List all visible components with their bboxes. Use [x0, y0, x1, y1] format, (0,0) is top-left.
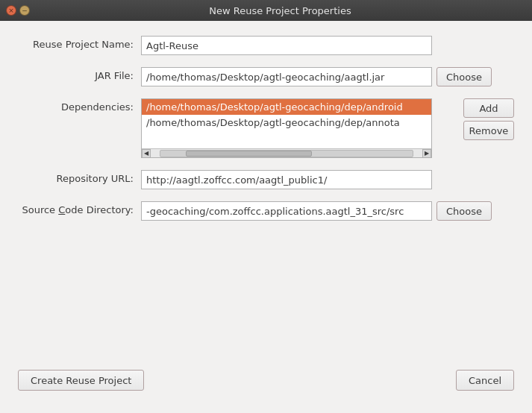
window-title: New Reuse Project Properties	[34, 5, 526, 16]
remove-dependency-button[interactable]: Remove	[463, 121, 514, 140]
scroll-right-btn[interactable]: ▶	[422, 149, 431, 158]
repository-url-label: Repository URL:	[18, 170, 141, 184]
jar-file-input[interactable]	[141, 67, 432, 86]
create-reuse-project-button[interactable]: Create Reuse Project	[18, 370, 144, 391]
add-dependency-button[interactable]: Add	[463, 98, 514, 118]
close-icon: ×	[8, 7, 14, 14]
minimize-button[interactable]: −	[19, 5, 30, 16]
dependencies-label: Dependencies:	[18, 98, 141, 113]
dependencies-list[interactable]: /home/thomas/Desktop/agtl-geocaching/dep…	[141, 98, 432, 158]
dependency-item-1[interactable]: /home/thomas/Desktop/agtl-geocaching/dep…	[142, 99, 431, 115]
source-code-dir-choose-button[interactable]: Choose	[436, 201, 492, 221]
bottom-buttons: Create Reuse Project Cancel	[0, 370, 532, 391]
dependency-item-2[interactable]: /home/thomas/Desktop/agtl-geocaching/dep…	[142, 115, 431, 130]
cancel-button[interactable]: Cancel	[456, 370, 514, 391]
minimize-icon: −	[22, 7, 28, 14]
jar-file-label: JAR File:	[18, 67, 141, 81]
repository-url-input[interactable]	[141, 170, 432, 189]
jar-file-choose-button[interactable]: Choose	[436, 67, 492, 86]
title-bar: × − New Reuse Project Properties	[0, 0, 532, 21]
scroll-left-btn[interactable]: ◀	[142, 149, 151, 158]
project-name-input[interactable]	[141, 36, 432, 55]
source-code-dir-label: Source Code Directory:	[18, 201, 141, 215]
title-bar-buttons: × −	[6, 5, 30, 16]
source-code-dir-input[interactable]	[141, 201, 432, 221]
close-button[interactable]: ×	[6, 5, 16, 16]
project-name-label: Reuse Project Name:	[18, 36, 141, 50]
